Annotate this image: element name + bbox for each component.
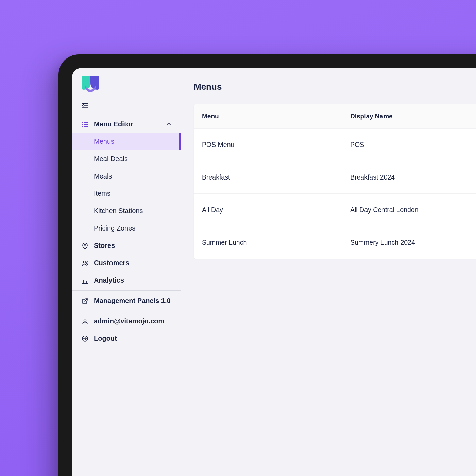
sub-item-pricing-zones[interactable]: Pricing Zones (72, 220, 181, 237)
sidebar: Menu Editor Menus Meal Deals Meals (72, 68, 181, 476)
users-icon (82, 260, 88, 267)
nav-label: Menu Editor (94, 120, 133, 128)
device-frame: Menu Editor Menus Meal Deals Meals (58, 54, 476, 476)
collapse-sidebar-button[interactable] (72, 100, 181, 116)
collapse-icon (82, 103, 89, 109)
svg-point-10 (83, 261, 85, 263)
chart-icon (82, 277, 88, 284)
sub-label: Kitchen Stations (94, 207, 143, 215)
nav-label: Stores (94, 242, 115, 250)
page-title: Menus (194, 82, 476, 92)
sub-item-kitchen-stations[interactable]: Kitchen Stations (72, 202, 181, 220)
sub-item-meal-deals[interactable]: Meal Deals (72, 150, 181, 168)
sub-label: Menus (94, 138, 114, 146)
external-icon (82, 298, 88, 304)
svg-point-3 (82, 122, 83, 122)
td-menu: Breakfast (202, 161, 350, 193)
account-email: admin@vitamojo.com (94, 317, 164, 325)
table-row[interactable]: All Day All Day Central London (194, 193, 476, 226)
sub-label: Pricing Zones (94, 224, 135, 232)
table-row[interactable]: Breakfast Breakfast 2024 (194, 161, 476, 193)
nav-item-logout[interactable]: Logout (72, 330, 181, 347)
td-menu: POS Menu (202, 129, 350, 161)
menus-table: Menu Display Name POS Menu POS Breakfast… (194, 104, 476, 259)
nav-label: Management Panels 1.0 (94, 297, 171, 305)
svg-point-7 (82, 126, 83, 126)
nav-item-customers[interactable]: Customers (72, 254, 181, 272)
table-row[interactable]: POS Menu POS (194, 128, 476, 161)
user-icon (82, 318, 88, 325)
nav-item-analytics[interactable]: Analytics (72, 272, 181, 289)
sub-label: Meal Deals (94, 155, 128, 163)
pin-icon (82, 242, 88, 249)
table-row[interactable]: Summer Lunch Summery Lunch 2024 (194, 226, 476, 259)
nav-label: Customers (94, 259, 129, 267)
sub-item-menus[interactable]: Menus (72, 133, 181, 150)
nav-item-menu-editor[interactable]: Menu Editor (72, 116, 181, 133)
primary-nav: Menu Editor Menus Meal Deals Meals (72, 116, 181, 347)
nav-divider (72, 311, 181, 311)
table-header: Menu Display Name (194, 104, 476, 128)
td-menu: Summer Lunch (202, 226, 350, 259)
th-menu[interactable]: Menu (202, 104, 350, 128)
nav-item-management-panels[interactable]: Management Panels 1.0 (72, 292, 181, 309)
nav-divider (72, 290, 181, 291)
app-logo[interactable] (72, 76, 181, 100)
main-content: Menus Menu Display Name POS Menu POS Bre… (181, 68, 476, 476)
sub-label: Items (94, 190, 111, 198)
sub-item-meals[interactable]: Meals (72, 168, 181, 185)
chevron-up-icon (166, 120, 171, 128)
td-display: Summery Lunch 2024 (350, 226, 476, 259)
svg-point-11 (86, 261, 87, 262)
td-display: All Day Central London (350, 194, 476, 226)
svg-point-17 (84, 319, 86, 321)
svg-point-5 (82, 124, 83, 124)
td-menu: All Day (202, 194, 350, 226)
svg-line-16 (85, 299, 87, 301)
nav-item-stores[interactable]: Stores (72, 237, 181, 254)
td-display: Breakfast 2024 (350, 161, 476, 193)
th-display-name[interactable]: Display Name (350, 104, 476, 128)
screen: Menu Editor Menus Meal Deals Meals (72, 68, 476, 476)
sub-label: Meals (94, 172, 112, 180)
list-icon (82, 121, 88, 128)
sub-item-items[interactable]: Items (72, 185, 181, 202)
td-display: POS (350, 129, 476, 161)
svg-point-9 (84, 244, 86, 246)
nav-label: Logout (94, 335, 117, 342)
logout-icon (82, 335, 88, 342)
nav-label: Analytics (94, 276, 124, 284)
nav-item-account[interactable]: admin@vitamojo.com (72, 312, 181, 330)
